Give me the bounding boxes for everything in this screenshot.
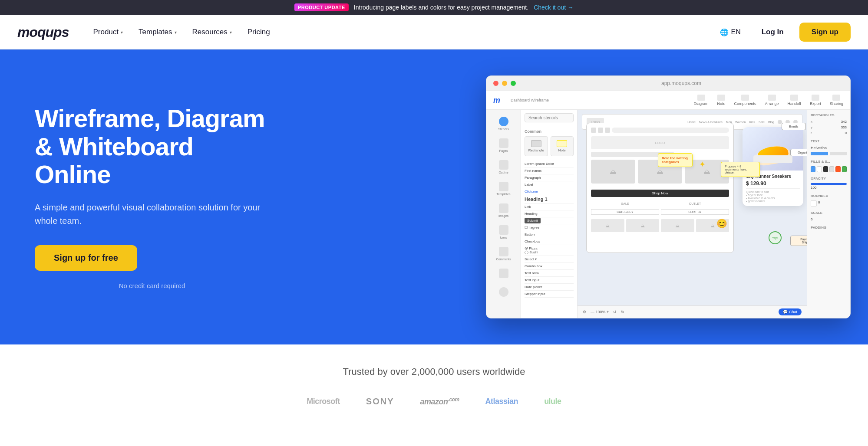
hero-subtitle: A simple and powerful visual collaborati… (35, 201, 269, 228)
stencil-textarea[interactable]: Text area (525, 270, 574, 277)
announcement-link[interactable]: Check it out → (534, 4, 574, 11)
chevron-down-icon: ▾ (175, 30, 177, 35)
logo-atlassian: Atlassian (485, 395, 518, 408)
hero-cta-button[interactable]: Sign up for free (35, 245, 137, 271)
app-screenshot: app.moqups.com m Dashboard Wireframe Dia… (486, 75, 851, 318)
flow-circle-green1: Yep! (769, 231, 782, 244)
sidebar-item-help[interactable] (486, 284, 521, 302)
rp-section-label: Rectangles (811, 113, 847, 117)
logo-microsoft: Microsoft (307, 395, 340, 408)
stencil-link[interactable]: Link (525, 203, 574, 210)
stencil-radio[interactable]: ⦿ Pizza◯ Sushi (525, 245, 574, 256)
rp-padding-label: PADDING (811, 226, 847, 230)
stencil-datepicker[interactable]: Date picker (525, 284, 574, 291)
redo-button[interactable]: ↻ (621, 310, 624, 314)
sidebar-item-settings[interactable] (486, 265, 521, 283)
hero-screenshot: app.moqups.com m Dashboard Wireframe Dia… (287, 75, 851, 318)
tool-export[interactable]: Export (810, 95, 821, 106)
sidebar-item-comments[interactable]: Comments (486, 243, 521, 264)
window-close-button[interactable] (493, 81, 498, 86)
zoom-level: — 100% + (591, 310, 609, 314)
announcement-text: Introducing page labels and colors for e… (354, 4, 528, 11)
rp-opacity-label: OPACITY (811, 177, 847, 180)
sidebar-item-icons[interactable]: Icons (486, 222, 521, 243)
window-maximize-button[interactable] (511, 81, 516, 86)
stencil-textinput[interactable]: Text input (525, 277, 574, 284)
stencil-heading1[interactable]: Heading 1 (525, 195, 574, 203)
logo-amazon: amazon.com (420, 395, 459, 408)
wireframe-browser: LOGO ⛰ ⛰ ⛰ Shop Now SALE (586, 123, 734, 253)
nav-menu: Product ▾ Templates ▾ Resources ▾ Pricin… (86, 24, 715, 40)
titlebar-url: app.moqups.com (661, 80, 701, 86)
hero-title: Wireframe, Diagram & Whiteboard Online (35, 105, 269, 189)
nav-item-pricing[interactable]: Pricing (241, 24, 277, 40)
rp-opacity-slider[interactable] (811, 183, 847, 185)
stencil-button[interactable]: Button (525, 231, 574, 238)
stencil-submit[interactable]: Submit (525, 217, 574, 224)
rp-scale-label: Scale (811, 211, 847, 215)
trusted-section: Trusted by over 2,000,000 users worldwid… (0, 344, 868, 421)
stencil-firstname[interactable]: First name: (525, 167, 574, 174)
chat-button[interactable]: 💬 Chat (779, 308, 802, 315)
nav-item-resources[interactable]: Resources ▾ (185, 24, 239, 40)
wireframe-shop-btn: Shop Now (591, 190, 729, 197)
undo-button[interactable]: ↺ (613, 310, 617, 314)
stencil-stepperinput[interactable]: Stepper input (525, 291, 574, 298)
screenshot-canvas[interactable]: LOGO Home News & Features Men Women Kids… (578, 110, 807, 318)
sidebar-item-images[interactable]: Images (486, 200, 521, 221)
moqups-logo-icon: m (493, 96, 500, 105)
tool-arrange[interactable]: Arrange (765, 95, 779, 106)
stencil-checkbox[interactable]: Checkbox (525, 238, 574, 245)
window-minimize-button[interactable] (502, 81, 507, 86)
signup-button[interactable]: Sign up (799, 23, 851, 42)
tool-components[interactable]: Components (734, 95, 756, 106)
stencil-label[interactable]: Label (525, 181, 574, 188)
app-label: Dashboard Wireframe (511, 98, 549, 102)
stencil-loremipsum[interactable]: Lorem Ipsum Dolor (525, 161, 574, 167)
logo-ulule: ulule (544, 395, 561, 408)
tool-note[interactable]: Note (717, 95, 726, 106)
trusted-logos: Microsoft SONY amazon.com Atlassian ulul… (17, 395, 851, 408)
sidebar-item-pages[interactable]: Pages (486, 135, 521, 156)
navbar: moqups Product ▾ Templates ▾ Resources ▾… (0, 15, 868, 49)
flow-box-organictraffic: Organic Traffic (790, 149, 807, 156)
sidebar-item-outline[interactable]: Outline (486, 157, 521, 177)
screenshot-body: Stencils Pages Outline Templates (486, 110, 850, 318)
announcement-bar: PRODUCT UPDATE Introducing page labels a… (0, 0, 868, 15)
chevron-down-icon: ▾ (230, 30, 232, 35)
stencil-select[interactable]: Select ▾ (525, 256, 574, 263)
tool-sharing[interactable]: Sharing (830, 95, 843, 106)
emoji-note: 😊 (716, 218, 727, 229)
logo-sony: SONY (366, 395, 394, 408)
stencil-rectangle[interactable]: Rectangle (525, 136, 548, 156)
tool-handoff[interactable]: Handoff (788, 95, 801, 106)
screenshot-tools: Diagram Note Components Arrange (694, 95, 844, 106)
login-button[interactable]: Log In (753, 23, 792, 41)
product-card-price: $ 129.90 (746, 180, 800, 187)
stencil-note[interactable]: Note (551, 136, 574, 156)
sidebar-item-stencils[interactable]: Stencils (486, 113, 521, 134)
hero-section: Wireframe, Diagram & Whiteboard Online A… (0, 49, 868, 344)
hero-note: No credit card required (35, 282, 269, 289)
stencil-heading[interactable]: Heading (525, 210, 574, 217)
stencil-clickme[interactable]: Click.me (525, 188, 574, 195)
stencil-search-input[interactable] (525, 113, 574, 122)
logo[interactable]: moqups (17, 24, 69, 40)
stencil-combobox[interactable]: Combo box (525, 263, 574, 270)
language-selector[interactable]: 🌐 EN (715, 25, 746, 40)
stencil-paragraph[interactable]: Paragraph (525, 174, 574, 181)
announcement-badge: PRODUCT UPDATE (294, 3, 349, 11)
stencil-iagree[interactable]: ☐ I agree (525, 224, 574, 231)
screenshot-toolbar: m Dashboard Wireframe Diagram Note Compo… (486, 91, 850, 110)
nav-item-templates[interactable]: Templates ▾ (132, 24, 183, 40)
screenshot-titlebar: app.moqups.com (486, 76, 850, 91)
screenshot-sidebar: Stencils Pages Outline Templates (486, 110, 521, 318)
tool-diagram[interactable]: Diagram (694, 95, 709, 106)
sticky-proposal: Propose 4-8arguments here,please. (721, 162, 760, 177)
hero-content: Wireframe, Diagram & Whiteboard Online A… (35, 105, 269, 290)
toolbar-icon-settings[interactable]: ⚙ (583, 310, 586, 314)
sidebar-item-templates[interactable]: Templates (486, 178, 521, 199)
sticky-note-1: Role the writing categories (658, 153, 693, 167)
nav-item-product[interactable]: Product ▾ (86, 24, 130, 40)
trusted-title: Trusted by over 2,000,000 users worldwid… (17, 366, 851, 377)
